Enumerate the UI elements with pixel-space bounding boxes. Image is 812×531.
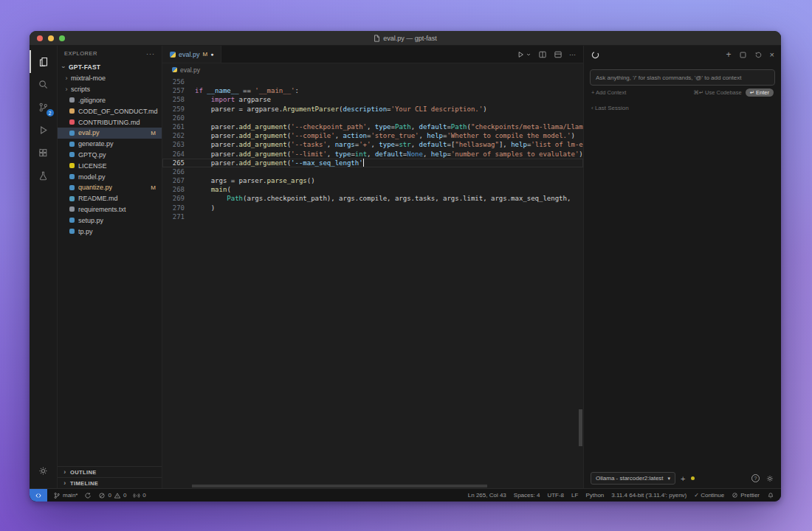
file-generate.py[interactable]: generate.py — [58, 139, 162, 150]
file-setup.py[interactable]: setup.py — [58, 215, 162, 226]
file-name: CONTRIBUTING.md — [78, 119, 140, 126]
file-quantize.py[interactable]: quantize.pyM — [58, 182, 162, 193]
enter-button[interactable]: ↵ Enter — [746, 88, 774, 97]
new-session-button[interactable]: + — [726, 49, 732, 60]
code-line-266[interactable]: 266 — [162, 167, 583, 176]
code-line-263[interactable]: 263 parser.add_argument('--tasks', nargs… — [162, 140, 583, 149]
file-CODE_OF_CONDUCT.md[interactable]: CODE_OF_CONDUCT.md — [58, 105, 162, 117]
horizontal-scrollbar[interactable] — [192, 485, 487, 487]
add-context-button[interactable]: + Add Context — [591, 89, 626, 96]
code-editor[interactable]: 256257if __name__ == '__main__':258 impo… — [162, 76, 583, 488]
use-codebase-hint[interactable]: ⌘↵ Use Codebase — [693, 89, 741, 96]
folder-mixtral-moe[interactable]: ›mixtral-moe — [58, 73, 162, 84]
python-interpreter[interactable]: 3.11.4 64-bit ('3.11.4': pyenv) — [611, 492, 687, 499]
sidebar-item-source-control[interactable]: 2 — [30, 96, 58, 119]
file-name: requirements.txt — [78, 206, 126, 213]
file-GPTQ.py[interactable]: GPTQ.py — [58, 150, 162, 161]
vertical-scrollbar[interactable] — [579, 409, 582, 446]
sync-button[interactable] — [84, 492, 92, 499]
settings-gear-button[interactable] — [30, 459, 58, 482]
run-debug-icon — [38, 125, 49, 136]
split-editor-button[interactable] — [538, 50, 547, 59]
zoom-window-button[interactable] — [59, 35, 65, 41]
cursor-position[interactable]: Ln 265, Col 43 — [468, 492, 506, 499]
file-.gitignore[interactable]: .gitignore — [58, 95, 162, 106]
code-line-267[interactable]: 267 args = parser.parse_args() — [162, 176, 583, 185]
add-model-button[interactable]: + — [681, 474, 685, 483]
explorer-more-actions[interactable]: ··· — [146, 50, 155, 58]
sidebar-item-explorer[interactable] — [30, 50, 58, 73]
help-button[interactable]: ? — [751, 474, 760, 482]
code-line-271[interactable]: 271 — [162, 212, 583, 221]
folder-scripts[interactable]: ›scripts — [58, 84, 162, 95]
close-window-button[interactable] — [37, 35, 43, 41]
close-panel-button[interactable]: × — [770, 50, 774, 59]
layout-button[interactable] — [554, 50, 562, 59]
code-lines: 256257if __name__ == '__main__':258 impo… — [162, 77, 583, 221]
code-line-261[interactable]: 261 parser.add_argument('--checkpoint_pa… — [162, 122, 583, 131]
file-name: tp.py — [78, 228, 93, 235]
eol-setting[interactable]: LF — [571, 492, 578, 499]
sidebar-item-search[interactable] — [30, 73, 58, 96]
code-line-260[interactable]: 260 — [162, 114, 583, 122]
code-line-269[interactable]: 269 Path(args.checkpoint_path), args.com… — [162, 194, 583, 203]
remote-indicator[interactable] — [30, 489, 47, 502]
remote-icon — [35, 492, 42, 499]
notifications-button[interactable] — [767, 492, 774, 499]
file-tree: ›mixtral-moe›scripts.gitignoreCODE_OF_CO… — [58, 73, 162, 237]
code-line-270[interactable]: 270 ) — [162, 204, 583, 212]
unsaved-dot-icon[interactable]: ● — [210, 52, 213, 57]
sidebar-item-extensions[interactable] — [30, 142, 58, 164]
prettier-status[interactable]: Prettier — [732, 492, 760, 499]
select-chevron-icon: ▾ — [668, 476, 671, 482]
code-line-268[interactable]: 268 main( — [162, 185, 583, 194]
run-python-button[interactable] — [516, 50, 531, 59]
sidebar-item-testing[interactable] — [30, 164, 58, 187]
file-name: eval.py — [78, 129, 100, 136]
file-README.md[interactable]: README.md — [58, 193, 162, 204]
code-line-259[interactable]: 259 parser = argparse.ArgumentParser(des… — [162, 105, 583, 114]
breadcrumb[interactable]: eval.py — [162, 63, 583, 76]
project-section-header[interactable]: › GPT-FAST — [58, 61, 162, 73]
model-selector[interactable]: Ollama - starcoder2:latest ▾ — [591, 472, 675, 485]
code-line-258[interactable]: 258 import argparse — [162, 95, 583, 104]
line-number: 271 — [162, 212, 185, 221]
history-button[interactable] — [754, 51, 763, 59]
file-model.py[interactable]: model.py — [58, 171, 162, 182]
file-requirements.txt[interactable]: requirements.txt — [58, 204, 162, 215]
file-LICENSE[interactable]: LICENSE — [58, 160, 162, 171]
code-line-264[interactable]: 264 parser.add_argument('--limit', type=… — [162, 150, 583, 159]
last-session-link[interactable]: ‹ Last Session — [591, 105, 774, 111]
problems-status[interactable]: 0 0 — [98, 492, 126, 499]
timeline-section[interactable]: › TIMELINE — [58, 477, 162, 488]
outline-section[interactable]: › OUTLINE — [58, 466, 162, 477]
minimize-window-button[interactable] — [48, 35, 54, 41]
file-name: README.md — [78, 195, 118, 202]
more-actions-button[interactable]: ··· — [569, 51, 576, 58]
git-branch-status[interactable]: main* — [53, 492, 78, 499]
indentation-setting[interactable]: Spaces: 4 — [514, 492, 540, 499]
line-number: 264 — [162, 150, 185, 159]
code-line-257[interactable]: 257if __name__ == '__main__': — [162, 86, 583, 95]
file-CONTRIBUTING.md[interactable]: CONTRIBUTING.md — [58, 117, 162, 128]
code-line-262[interactable]: 262 parser.add_argument('--compile', act… — [162, 131, 583, 140]
file-tp.py[interactable]: tp.py — [58, 226, 162, 237]
file-eval.py[interactable]: eval.pyM — [58, 128, 162, 139]
file-type-icon — [69, 185, 75, 190]
ports-status[interactable]: 0 — [133, 492, 145, 499]
editor-actions: ··· — [516, 46, 583, 63]
tab-eval-py[interactable]: eval.py M ● — [162, 46, 221, 63]
assistant-input[interactable]: Ask anything, '/' for slash commands, '@… — [590, 69, 775, 86]
titlebar[interactable]: eval.py — gpt-fast — [30, 31, 781, 46]
open-in-editor-button[interactable] — [739, 51, 747, 59]
sidebar-item-run-debug[interactable] — [30, 119, 58, 142]
continue-status[interactable]: ✓ Continue — [694, 492, 724, 499]
assistant-footer: Ollama - starcoder2:latest ▾ + ? — [584, 468, 781, 488]
assistant-settings-button[interactable] — [765, 474, 774, 483]
code-line-265[interactable]: 265 parser.add_argument('--max_seq_lengt… — [162, 159, 583, 167]
language-mode[interactable]: Python — [585, 492, 604, 499]
encoding-setting[interactable]: UTF-8 — [547, 492, 564, 499]
code-line-256[interactable]: 256 — [162, 77, 583, 86]
tab-bar: eval.py M ● ··· — [162, 46, 583, 63]
files-icon — [38, 56, 49, 68]
